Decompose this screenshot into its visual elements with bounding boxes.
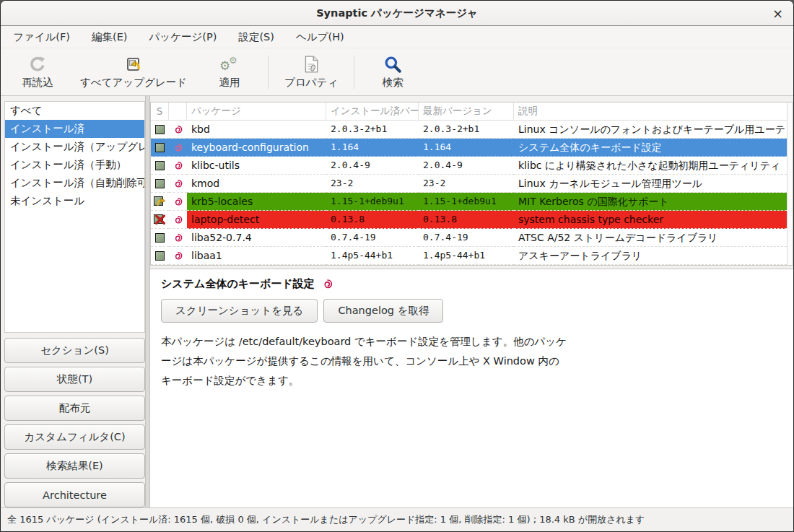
vertical-scrollbar[interactable] xyxy=(787,102,793,266)
latest-version: 2.0.3-2+b1 xyxy=(419,121,514,139)
package-name: kbd xyxy=(187,121,326,139)
upgrade-all-button[interactable]: すべてアップグレード xyxy=(70,51,197,92)
search-label: 検索 xyxy=(383,76,403,90)
filter-view-buttons: セクション(S) 状態(T) 配布元 カスタムフィルタ(C) 検索結果(E) A… xyxy=(4,338,145,507)
installed-version: 1.4p5-44+b1 xyxy=(326,247,419,265)
table-row[interactable]: kmod 23-2 23-2 Linux カーネルモジュール管理用ツール xyxy=(151,175,787,193)
main-area: すべて インストール済 インストール済（アップグレード可能） インストール済（手… xyxy=(1,96,793,507)
column-header-latest-version[interactable]: 最新バージョン xyxy=(419,103,514,120)
pane-splitter[interactable] xyxy=(145,96,150,507)
statusbar-text: 全 1615 パッケージ (インストール済: 1615 個, 破損 0 個, イ… xyxy=(7,513,645,526)
upgrade-all-label: すべてアップグレード xyxy=(80,76,187,90)
table-header: S パッケージ インストール済バージョン 最新バージョン 説明 xyxy=(151,103,787,121)
search-button[interactable]: 検索 xyxy=(360,51,425,92)
apply-label: 適用 xyxy=(219,76,240,90)
toolbar: 再読込 すべてアップグレード ⚙⚙ 適用 xyxy=(1,48,793,96)
installed-status-icon xyxy=(155,125,165,134)
menu-package[interactable]: パッケージ(P) xyxy=(139,26,228,48)
table-row-selected[interactable]: keyboard-configuration 1.164 1.164 システム全… xyxy=(151,139,787,157)
debian-swirl-icon xyxy=(169,193,187,211)
package-description: アスキーアートライブラリ xyxy=(514,247,787,265)
get-changelog-button[interactable]: Changelog を取得 xyxy=(323,299,443,323)
apply-button[interactable]: ⚙⚙ 適用 xyxy=(197,51,262,92)
column-header-package[interactable]: パッケージ xyxy=(187,103,326,120)
table-row-marked-remove[interactable]: laptop-detect 0.13.8 0.13.8 system chass… xyxy=(151,211,787,229)
status-button[interactable]: 状態(T) xyxy=(4,367,145,392)
table-row[interactable]: liba52-0.7.4 0.7.4-19 0.7.4-19 ATSC A/52… xyxy=(151,229,787,247)
custom-filter-button[interactable]: カスタムフィルタ(C) xyxy=(4,424,145,450)
column-header-installed-version[interactable]: インストール済バージョン xyxy=(326,103,419,120)
view-screenshot-button[interactable]: スクリーンショットを見る xyxy=(161,299,318,323)
search-icon xyxy=(383,54,402,74)
package-description: Linux コンソールのフォントおよびキーテーブル用ユーティリティ xyxy=(514,121,787,139)
package-name: kmod xyxy=(187,175,326,193)
status-cell xyxy=(151,175,169,193)
reload-button[interactable]: 再読込 xyxy=(5,51,70,92)
latest-version: 0.13.8 xyxy=(419,211,514,229)
installed-status-icon xyxy=(155,233,165,243)
toolbar-separator xyxy=(268,56,269,89)
latest-version: 0.7.4-19 xyxy=(419,229,514,247)
column-header-description[interactable]: 説明 xyxy=(514,103,787,120)
sidebar-item-all[interactable]: すべて xyxy=(5,102,144,120)
menu-edit[interactable]: 編集(E) xyxy=(81,26,138,48)
column-header-status[interactable]: S xyxy=(151,103,169,120)
details-title-row: システム全体のキーボード設定 xyxy=(161,277,782,291)
table-row[interactable]: libaa1 1.4p5-44+b1 1.4p5-44+b1 アスキーアートライ… xyxy=(151,247,787,265)
package-name: laptop-detect xyxy=(187,211,326,229)
sections-button[interactable]: セクション(S) xyxy=(4,338,145,363)
menu-file[interactable]: ファイル(F) xyxy=(2,26,81,48)
debian-swirl-icon xyxy=(169,229,187,247)
package-name: krb5-locales xyxy=(187,193,326,211)
architecture-button[interactable]: Architecture xyxy=(4,482,145,507)
toolbar-separator xyxy=(354,56,354,89)
close-icon[interactable]: × xyxy=(772,1,783,25)
package-description: klibc により構築された小さな起動初期用ユーティリティ xyxy=(514,157,787,175)
search-results-button[interactable]: 検索結果(E) xyxy=(4,453,145,479)
status-cell xyxy=(151,247,169,265)
package-description: システム全体のキーボード設定 xyxy=(514,139,787,157)
package-panel: S パッケージ インストール済バージョン 最新バージョン 説明 kbd 2.0.… xyxy=(150,96,793,507)
properties-button[interactable]: プロパティ xyxy=(274,51,348,92)
table-row[interactable]: klibc-utils 2.0.4-9 2.0.4-9 klibc により構築さ… xyxy=(151,157,787,175)
remove-status-icon xyxy=(154,213,167,226)
origin-button[interactable]: 配布元 xyxy=(4,396,145,421)
status-cell xyxy=(151,139,169,157)
debian-swirl-icon xyxy=(169,175,187,193)
table-row-marked-upgrade[interactable]: krb5-locales 1.15-1+deb9u1 1.15-1+deb9u1… xyxy=(151,193,787,211)
status-filter-list: すべて インストール済 インストール済（アップグレード可能） インストール済（手… xyxy=(4,101,145,333)
upgrade-all-icon xyxy=(124,54,143,74)
details-title: システム全体のキーボード設定 xyxy=(161,277,315,291)
reload-label: 再読込 xyxy=(22,76,53,90)
table-row[interactable]: kbd 2.0.3-2+b1 2.0.3-2+b1 Linux コンソールのフォ… xyxy=(151,121,787,139)
installed-status-icon xyxy=(155,161,165,170)
titlebar[interactable]: Synaptic パッケージマネージャ × xyxy=(1,1,793,26)
debian-swirl-icon xyxy=(169,139,187,157)
installed-version: 0.7.4-19 xyxy=(326,229,419,247)
latest-version: 1.164 xyxy=(419,139,514,157)
status-cell xyxy=(151,157,169,175)
column-header-icon[interactable] xyxy=(169,103,187,120)
package-name: keyboard-configuration xyxy=(187,139,326,157)
debian-swirl-icon xyxy=(169,211,187,229)
sidebar-item-not-installed[interactable]: 未インストール xyxy=(5,192,144,210)
status-cell xyxy=(151,211,169,229)
package-table: S パッケージ インストール済バージョン 最新バージョン 説明 kbd 2.0.… xyxy=(150,102,787,266)
menu-settings[interactable]: 設定(S) xyxy=(227,26,285,48)
window-title: Synaptic パッケージマネージャ xyxy=(316,6,478,20)
sidebar-item-installed-manual[interactable]: インストール済（手動） xyxy=(5,156,144,174)
installed-status-icon xyxy=(155,143,165,152)
sidebar-item-installed-upgradable[interactable]: インストール済（アップグレード可能） xyxy=(5,138,144,156)
debian-swirl-icon xyxy=(169,247,187,265)
package-name: libaa1 xyxy=(187,247,326,265)
sidebar-item-installed[interactable]: インストール済 xyxy=(5,120,144,138)
latest-version: 1.15-1+deb9u1 xyxy=(419,193,514,211)
package-name: klibc-utils xyxy=(187,157,326,175)
menubar: ファイル(F) 編集(E) パッケージ(P) 設定(S) ヘルプ(H) xyxy=(1,26,793,48)
menu-help[interactable]: ヘルプ(H) xyxy=(285,26,355,48)
sidebar-item-installed-autoremovable[interactable]: インストール済（自動削除可能） xyxy=(5,174,144,192)
installed-status-icon xyxy=(155,251,165,261)
status-cell xyxy=(151,193,169,211)
package-description: system chassis type checker xyxy=(514,211,787,229)
properties-icon xyxy=(302,54,320,74)
